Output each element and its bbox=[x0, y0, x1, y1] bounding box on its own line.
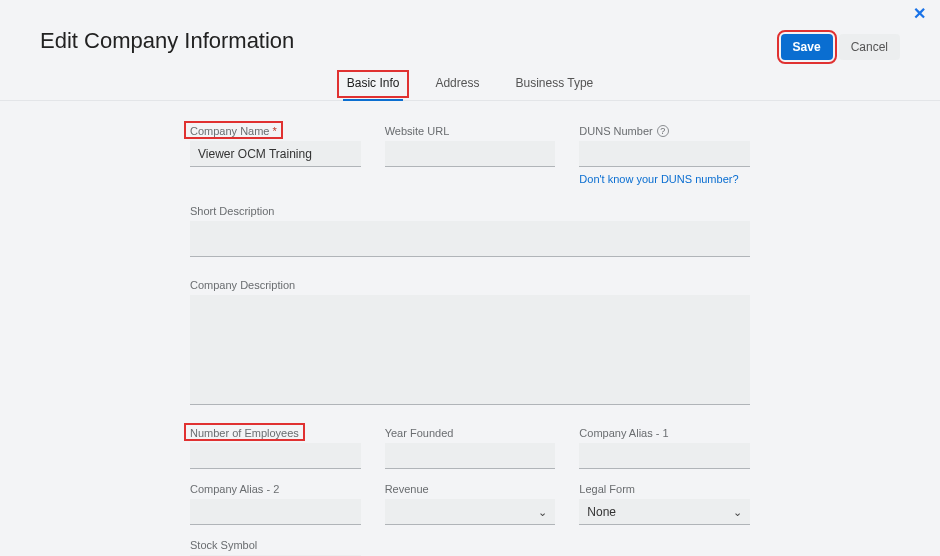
field-revenue: Revenue ⌄ bbox=[385, 483, 556, 525]
tab-address[interactable]: Address bbox=[431, 68, 483, 100]
field-stock-symbol: Stock Symbol bbox=[190, 539, 361, 556]
short-desc-input[interactable] bbox=[190, 221, 750, 257]
cancel-button[interactable]: Cancel bbox=[839, 34, 900, 60]
field-company-name: Company Name * bbox=[190, 125, 361, 187]
website-input[interactable] bbox=[385, 141, 556, 167]
field-year-founded: Year Founded bbox=[385, 427, 556, 469]
legal-form-select[interactable] bbox=[579, 499, 750, 525]
company-desc-input[interactable] bbox=[190, 295, 750, 405]
duns-input[interactable] bbox=[579, 141, 750, 167]
required-marker: * bbox=[273, 125, 277, 137]
legal-form-label: Legal Form bbox=[579, 483, 750, 495]
field-duns: DUNS Number ? Don't know your DUNS numbe… bbox=[579, 125, 750, 187]
close-icon[interactable]: ✕ bbox=[913, 4, 926, 23]
tab-basic-label: Basic Info bbox=[347, 76, 400, 90]
employees-input[interactable] bbox=[190, 443, 361, 469]
form-area: Company Name * Website URL DUNS Number ?… bbox=[0, 101, 940, 556]
year-founded-label: Year Founded bbox=[385, 427, 556, 439]
field-alias2: Company Alias - 2 bbox=[190, 483, 361, 525]
save-button[interactable]: Save bbox=[781, 34, 833, 60]
field-employees: Number of Employees bbox=[190, 427, 361, 469]
company-name-label: Company Name bbox=[190, 125, 269, 137]
duns-help-link[interactable]: Don't know your DUNS number? bbox=[579, 173, 738, 185]
year-founded-input[interactable] bbox=[385, 443, 556, 469]
field-website: Website URL bbox=[385, 125, 556, 187]
website-label: Website URL bbox=[385, 125, 556, 137]
field-company-description: Company Description bbox=[190, 279, 750, 409]
alias1-input[interactable] bbox=[579, 443, 750, 469]
revenue-label: Revenue bbox=[385, 483, 556, 495]
short-desc-label: Short Description bbox=[190, 205, 750, 217]
field-alias1: Company Alias - 1 bbox=[579, 427, 750, 469]
help-icon[interactable]: ? bbox=[657, 125, 669, 137]
employees-label: Number of Employees bbox=[190, 427, 299, 439]
tab-bar: Basic Info Address Business Type bbox=[0, 68, 940, 101]
company-name-input[interactable] bbox=[190, 141, 361, 167]
alias2-input[interactable] bbox=[190, 499, 361, 525]
revenue-select[interactable] bbox=[385, 499, 556, 525]
tab-basic-info[interactable]: Basic Info bbox=[343, 68, 404, 100]
tab-business-type[interactable]: Business Type bbox=[511, 68, 597, 100]
duns-label: DUNS Number bbox=[579, 125, 652, 137]
field-legal-form: Legal Form ⌄ bbox=[579, 483, 750, 525]
stock-label: Stock Symbol bbox=[190, 539, 361, 551]
alias1-label: Company Alias - 1 bbox=[579, 427, 750, 439]
field-short-description: Short Description bbox=[190, 205, 750, 261]
action-bar: Save Cancel bbox=[781, 34, 900, 60]
page-title: Edit Company Information bbox=[40, 28, 781, 54]
company-desc-label: Company Description bbox=[190, 279, 750, 291]
alias2-label: Company Alias - 2 bbox=[190, 483, 361, 495]
